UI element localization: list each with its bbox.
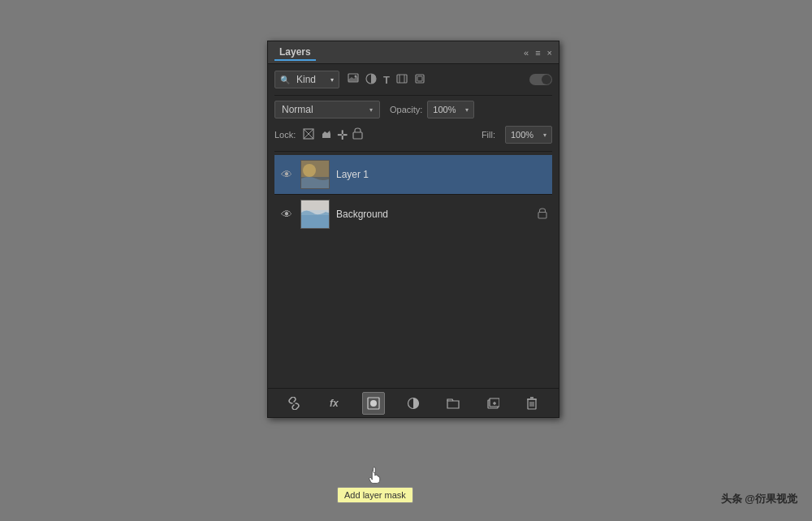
- separator-2: [274, 151, 552, 152]
- fill-value-text: 100%: [511, 130, 533, 140]
- fill-label: Fill:: [482, 130, 495, 140]
- visibility-icon-background[interactable]: 👁: [279, 208, 294, 221]
- image-filter-icon[interactable]: [348, 73, 359, 87]
- panel-toolbar: fx: [268, 388, 559, 417]
- lock-all-icon[interactable]: [352, 127, 363, 142]
- shape-filter-icon[interactable]: [396, 73, 408, 87]
- opacity-arrow: ▾: [465, 106, 469, 114]
- blend-mode-label: Normal: [282, 104, 313, 115]
- new-layer-button[interactable]: [482, 392, 504, 415]
- filter-icons-group: T: [348, 73, 425, 87]
- add-mask-button[interactable]: [362, 392, 385, 415]
- kind-label: Kind: [296, 74, 316, 85]
- visibility-icon-layer1[interactable]: 👁: [279, 168, 294, 181]
- close-icon[interactable]: ×: [547, 48, 552, 58]
- svg-rect-8: [417, 76, 422, 81]
- svg-point-2: [355, 75, 357, 77]
- blend-opacity-row: Normal ▾ Opacity: 100% ▾: [274, 99, 552, 120]
- fx-button[interactable]: fx: [322, 392, 345, 415]
- new-adjustment-button[interactable]: [402, 392, 425, 415]
- layers-list: 👁 Layer 1 👁: [274, 155, 552, 234]
- layer-row-layer1[interactable]: 👁 Layer 1: [274, 155, 552, 194]
- panel-menu-icon[interactable]: ≡: [535, 48, 540, 58]
- filter-toggle[interactable]: [529, 74, 552, 85]
- panel-content: 🔍 Kind ▾: [268, 64, 559, 388]
- opacity-input[interactable]: 100% ▾: [427, 101, 474, 118]
- text-filter-icon[interactable]: T: [383, 74, 390, 86]
- svg-rect-12: [353, 132, 362, 139]
- opacity-value-text: 100%: [433, 105, 456, 114]
- filter-toggle-knob: [542, 75, 551, 84]
- panel-titlebar: Layers « ≡ ×: [268, 41, 559, 64]
- layer-name-background: Background: [336, 209, 531, 220]
- fx-label: fx: [330, 398, 339, 409]
- svg-marker-1: [348, 76, 358, 82]
- svg-rect-4: [397, 75, 407, 83]
- layers-tab[interactable]: Layers: [274, 45, 316, 61]
- lock-transparent-icon[interactable]: [302, 127, 315, 143]
- lock-image-icon[interactable]: [320, 127, 332, 142]
- separator-1: [274, 95, 552, 96]
- link-layers-button[interactable]: [283, 392, 305, 415]
- cursor: [365, 466, 382, 485]
- panel-title-right: « ≡ ×: [524, 48, 552, 58]
- blend-mode-arrow: ▾: [369, 106, 373, 114]
- svg-rect-33: [374, 467, 376, 473]
- smartobject-filter-icon[interactable]: [414, 73, 425, 87]
- layers-panel: Layers « ≡ × 🔍 Kind ▾: [267, 41, 559, 418]
- blend-mode-select[interactable]: Normal ▾: [274, 101, 380, 118]
- watermark: 头条 @衍果视觉: [721, 492, 797, 506]
- layer-name-layer1: Layer 1: [336, 169, 547, 180]
- search-icon: 🔍: [280, 75, 290, 84]
- add-layer-mask-tooltip: Add layer mask: [337, 487, 413, 503]
- svg-rect-19: [538, 212, 546, 218]
- fill-input[interactable]: 100% ▾: [505, 126, 552, 144]
- delete-layer-button[interactable]: [520, 392, 543, 415]
- lock-row: Lock: ✛: [274, 125, 552, 144]
- svg-point-14: [303, 164, 316, 177]
- layers-empty-area: [274, 237, 552, 383]
- kind-select-dropdown[interactable]: 🔍 Kind ▾: [274, 71, 339, 88]
- tooltip-text: Add layer mask: [344, 490, 406, 500]
- new-group-button[interactable]: [442, 392, 464, 415]
- svg-rect-18: [301, 200, 330, 210]
- layer-thumbnail-layer1: [300, 160, 330, 189]
- lock-label: Lock:: [274, 130, 296, 140]
- background-lock-icon: [538, 208, 547, 222]
- opacity-label: Opacity:: [390, 105, 422, 114]
- fill-arrow: ▾: [543, 131, 546, 139]
- kind-filter-row: 🔍 Kind ▾: [274, 69, 552, 90]
- layer-thumbnail-background: [300, 200, 330, 229]
- lock-position-icon[interactable]: ✛: [337, 127, 348, 143]
- collapse-icon[interactable]: «: [524, 48, 529, 58]
- layer-row-background[interactable]: 👁 Background: [274, 195, 552, 234]
- adjustment-filter-icon[interactable]: [365, 73, 377, 87]
- panel-title-left: Layers: [274, 45, 316, 61]
- lock-icons-group: ✛: [302, 127, 363, 143]
- kind-dropdown-arrow: ▾: [330, 76, 334, 84]
- svg-rect-21: [370, 400, 377, 407]
